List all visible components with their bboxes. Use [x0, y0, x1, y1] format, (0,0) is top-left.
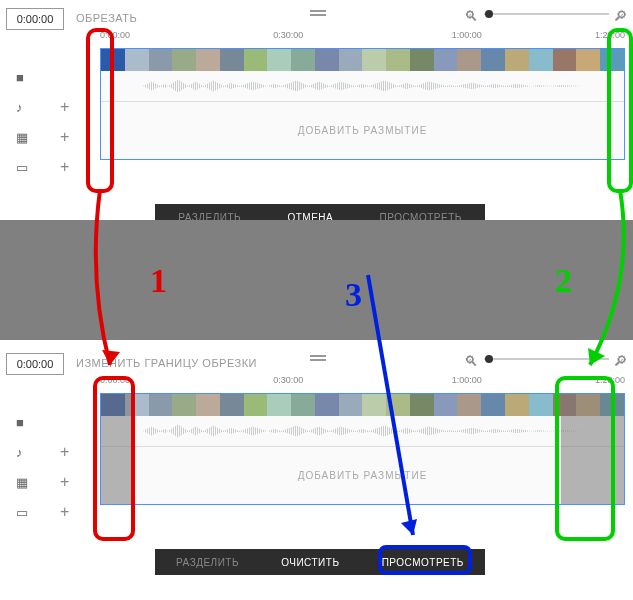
time-display: 0:00:00	[6, 353, 64, 375]
track-tools: ■︎ ♪+ ▦+ ▭+	[0, 62, 78, 182]
annotation-box-1-top	[86, 28, 114, 193]
annotation-arrow-2	[575, 190, 633, 380]
add-blur-button[interactable]: +	[60, 473, 69, 491]
zoom-slider-thumb[interactable]	[485, 355, 493, 363]
annotation-box-1-bottom	[93, 376, 135, 541]
zoom-out-icon[interactable]: 🔍︎	[464, 353, 478, 369]
music-icon: ♪	[16, 445, 32, 460]
ruler-mark: 0:30:00	[273, 375, 303, 385]
music-icon: ♪	[16, 100, 32, 115]
split-button[interactable]: РАЗДЕЛИТЬ	[176, 557, 239, 568]
add-card-button[interactable]: +	[60, 503, 69, 521]
time-ruler: 0:00:00 0:30:00 1:00:00 1:28:00	[100, 30, 625, 48]
add-card-button[interactable]: +	[60, 158, 69, 176]
drag-handle-icon[interactable]	[310, 10, 326, 12]
video-icon: ■︎	[16, 70, 32, 85]
audio-waveform	[101, 71, 624, 101]
zoom-slider-thumb[interactable]	[485, 10, 493, 18]
zoom-in-icon[interactable]: 🔎︎	[613, 8, 627, 24]
ruler-mark: 0:30:00	[273, 30, 303, 40]
video-thumbnails	[101, 49, 624, 71]
video-icon: ■︎	[16, 415, 32, 430]
annotation-number-3: 3	[345, 276, 362, 314]
zoom-out-icon[interactable]: 🔍︎	[464, 8, 478, 24]
mode-label: ОБРЕЗАТЬ	[76, 12, 137, 24]
ruler-mark: 1:00:00	[452, 375, 482, 385]
blur-icon: ▦	[16, 475, 32, 490]
card-icon: ▭	[16, 505, 32, 520]
timeline[interactable]: 0:00:00 0:30:00 1:00:00 1:28:00 ДОБАВИТЬ…	[100, 30, 625, 160]
add-blur-button[interactable]: +	[60, 128, 69, 146]
zoom-slider[interactable]	[484, 13, 609, 15]
annotation-number-2: 2	[555, 262, 572, 300]
add-audio-button[interactable]: +	[60, 443, 69, 461]
add-audio-button[interactable]: +	[60, 98, 69, 116]
card-icon: ▭	[16, 160, 32, 175]
annotation-arrow-1	[90, 190, 130, 380]
time-display: 0:00:00	[6, 8, 64, 30]
drag-handle-icon[interactable]	[310, 355, 326, 357]
track-tools: ■︎ ♪+ ▦+ ▭+	[0, 407, 78, 527]
clear-button[interactable]: ОЧИСТИТЬ	[281, 557, 339, 568]
annotation-box-2-top	[607, 28, 633, 193]
track-container: ДОБАВИТЬ РАЗМЫТИЕ	[100, 48, 625, 160]
annotation-arrow-3	[363, 275, 433, 550]
ruler-mark: 1:00:00	[452, 30, 482, 40]
add-blur-zone[interactable]: ДОБАВИТЬ РАЗМЫТИЕ	[101, 101, 624, 159]
blur-icon: ▦	[16, 130, 32, 145]
annotation-number-1: 1	[150, 262, 167, 300]
annotation-box-2-bottom	[555, 376, 615, 541]
